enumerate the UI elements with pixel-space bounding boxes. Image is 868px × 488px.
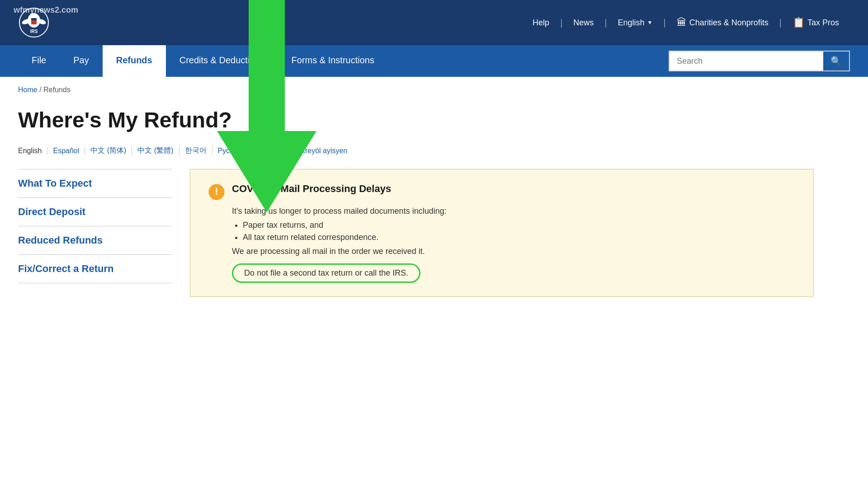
search-box: 🔍 — [669, 51, 850, 71]
lang-english[interactable]: English — [18, 147, 47, 155]
alert-bullet-1: Paper tax returns, and — [243, 221, 795, 230]
taxpros-icon: 📋 — [793, 17, 805, 28]
alert-bullets-list: Paper tax returns, and All tax return re… — [243, 221, 795, 242]
breadcrumb: Home / Refunds — [0, 77, 868, 103]
search-icon: 🔍 — [830, 56, 842, 66]
content-area: ! COVID-19 Mail Processing Delays It's t… — [190, 169, 814, 297]
watermark-text: wfmynews2.com — [14, 5, 78, 15]
sidebar-item-direct-deposit[interactable]: Direct Deposit — [18, 198, 172, 226]
warning-icon: ! — [208, 184, 225, 200]
alert-box: ! COVID-19 Mail Processing Delays It's t… — [190, 169, 814, 297]
nav-forms[interactable]: Forms & Instructions — [278, 45, 388, 77]
nav-refunds[interactable]: Refunds — [103, 45, 166, 77]
sidebar-item-reduced-refunds[interactable]: Reduced Refunds — [18, 226, 172, 255]
lang-creole[interactable]: Kreyòl ayisyen — [295, 147, 353, 155]
taxpros-link[interactable]: 📋 Tax Pros — [782, 17, 850, 28]
alert-header: ! COVID-19 Mail Processing Delays — [208, 183, 795, 200]
lang-chinese-traditional[interactable]: 中文 (繁體) — [132, 146, 179, 155]
search-button[interactable]: 🔍 — [823, 52, 849, 70]
alert-note: We are processing all mail in the order … — [232, 247, 795, 256]
alert-bullet-2: All tax return related correspondence. — [243, 233, 795, 242]
page-title: Where's My Refund? — [0, 103, 868, 141]
sidebar-item-fix-correct[interactable]: Fix/Correct a Return — [18, 255, 172, 283]
alert-title: COVID-19 Mail Processing Delays — [232, 183, 391, 195]
lang-korean[interactable]: 한국어 — [179, 146, 212, 155]
search-input[interactable] — [670, 53, 823, 70]
main-nav: File Pay Refunds Credits & Deductions Fo… — [0, 45, 868, 77]
top-nav: Help | News | English ▼ | 🏛 Charities & … — [522, 17, 850, 28]
nav-pay[interactable]: Pay — [60, 45, 102, 77]
lang-espanol[interactable]: Español — [47, 147, 85, 155]
nav-credits[interactable]: Credits & Deductions — [166, 45, 278, 77]
people-icon: 🏛 — [677, 17, 687, 28]
alert-bullets-container: Paper tax returns, and All tax return re… — [232, 221, 795, 242]
svg-text:IRS: IRS — [30, 29, 38, 34]
svg-rect-6 — [31, 18, 37, 20]
top-bar: IRS Help | News | English ▼ | 🏛 Charitie… — [0, 0, 868, 45]
lang-vietnamese[interactable]: Tiếng Việt — [250, 146, 295, 155]
alert-intro: It's taking us longer to process mailed … — [232, 206, 795, 216]
language-bar: English Español 中文 (简体) 中文 (繁體) 한국어 Русс… — [0, 141, 868, 160]
nav-file[interactable]: File — [18, 45, 60, 77]
alert-highlight: Do not file a second tax return or call … — [232, 263, 420, 283]
lang-russian[interactable]: Русский — [212, 147, 250, 155]
sidebar: What To Expect Direct Deposit Reduced Re… — [18, 169, 172, 297]
news-link[interactable]: News — [562, 18, 604, 28]
breadcrumb-separator: / — [39, 86, 43, 94]
main-content: What To Expect Direct Deposit Reduced Re… — [0, 160, 832, 306]
help-link[interactable]: Help — [522, 18, 560, 28]
sidebar-item-what-to-expect[interactable]: What To Expect — [18, 169, 172, 198]
breadcrumb-current: Refunds — [43, 86, 71, 94]
english-link[interactable]: English ▼ — [607, 18, 664, 28]
lang-chinese-simplified[interactable]: 中文 (简体) — [85, 146, 132, 155]
charities-link[interactable]: 🏛 Charities & Nonprofits — [666, 17, 779, 28]
english-dropdown-icon: ▼ — [647, 19, 653, 26]
breadcrumb-home[interactable]: Home — [18, 86, 38, 94]
svg-text:!: ! — [215, 186, 218, 197]
search-container: 🔍 — [669, 51, 850, 71]
